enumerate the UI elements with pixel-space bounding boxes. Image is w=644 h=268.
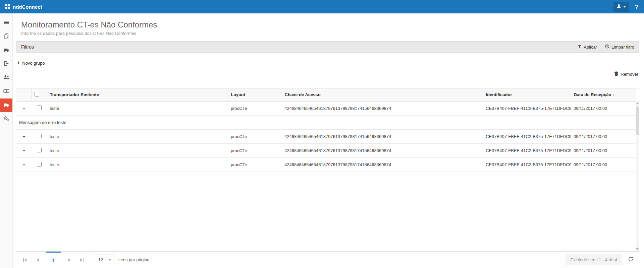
row-checkbox[interactable] (37, 148, 42, 152)
sidebar-item-cte-monitoring[interactable] (0, 98, 12, 112)
row-checkbox[interactable] (37, 106, 42, 110)
previous-page-button[interactable] (33, 256, 42, 264)
items-per-page-label: itens por página (118, 257, 150, 262)
user-menu-button[interactable] (613, 2, 629, 12)
cell-layout: procCTe (228, 157, 282, 172)
column-header-data-recepcao[interactable]: Data de Recepção↓ (571, 88, 636, 101)
cte-truck-icon (3, 102, 9, 109)
grid-toolbar: Remover (16, 66, 639, 77)
seek-end-icon (83, 258, 84, 262)
sidebar-item-logout[interactable] (0, 57, 12, 71)
filter-body: + Novo grupo (16, 53, 639, 66)
row-checkbox[interactable] (37, 134, 42, 138)
last-page-button[interactable] (77, 256, 86, 264)
apply-filter-button[interactable]: Aplicar (578, 45, 597, 50)
documents-icon (3, 33, 9, 40)
scrollbar-thumb[interactable] (636, 107, 639, 135)
page-size-value: 12 (98, 257, 103, 262)
row-expand-toggle[interactable]: + (16, 157, 32, 172)
chevron-down-icon (108, 259, 111, 261)
refresh-button[interactable] (626, 256, 635, 264)
cell-transportador: teste (47, 157, 228, 172)
remove-label: Remover (621, 72, 638, 77)
page-header: Monitoramento CT-es Não Conformes Inform… (16, 13, 639, 36)
plus-icon: + (17, 60, 20, 66)
triangle-up-icon (636, 103, 638, 104)
seek-start-icon (23, 258, 24, 262)
help-button[interactable]: ? (634, 3, 639, 10)
table-row: + teste procCTe 424684646546546187976137… (16, 129, 636, 143)
brand-logo-icon (5, 4, 10, 9)
row-checkbox[interactable] (37, 162, 42, 166)
page-title: Monitoramento CT-es Não Conformes (21, 20, 639, 29)
cell-layout: procCTe (228, 101, 282, 115)
data-grid: Transportador Emitente Layout Chave de A… (16, 88, 639, 251)
filters-title: Filtros (21, 44, 34, 50)
table-header-row: Transportador Emitente Layout Chave de A… (16, 88, 636, 101)
sidebar-item-billing[interactable] (0, 85, 12, 98)
column-header-layout[interactable]: Layout (228, 88, 282, 101)
select-all-header (32, 88, 47, 101)
users-icon (3, 74, 9, 82)
select-all-checkbox[interactable] (35, 92, 39, 96)
topbar-actions: ? (613, 2, 639, 12)
scroll-up-button[interactable] (636, 101, 639, 106)
brand: nddConnect (5, 4, 42, 10)
next-page-button[interactable] (65, 256, 73, 264)
row-detail: Mensagem de erro teste (16, 115, 636, 129)
sidebar-item-users[interactable] (0, 71, 12, 85)
page-size-dropdown[interactable]: 12 (95, 255, 114, 265)
user-icon (616, 4, 621, 10)
cell-layout: procCTe (228, 129, 282, 143)
row-expand-toggle[interactable]: + (16, 143, 32, 157)
pager-info: Exibindo itens 1 - 4 de 4 (566, 254, 622, 265)
pager: 1 12 itens por página Exibindo itens 1 -… (16, 251, 639, 268)
cell-identificador: CE37B407-FBEF-41C2-B375-17E71DFDC92F (483, 157, 571, 172)
triangle-down-icon (636, 248, 638, 250)
table-row: − teste procCTe 424684646546546187976137… (16, 101, 636, 115)
new-group-button[interactable]: + Novo grupo (17, 60, 45, 66)
cell-chave: 4246846465465461879761379879817415646836… (282, 101, 483, 115)
row-collapse-toggle[interactable]: − (16, 101, 32, 115)
gears-icon (3, 116, 9, 123)
filter-actions: Aplicar Limpar filtro (578, 44, 634, 50)
money-icon (3, 88, 9, 95)
sidebar-item-menu-toggle[interactable] (0, 16, 12, 30)
clear-filter-button[interactable]: Limpar filtro (605, 44, 634, 50)
triangle-left-icon (24, 258, 26, 262)
first-page-button[interactable] (20, 256, 29, 264)
cell-chave: 4246846465465461879761379879817415646836… (282, 129, 483, 143)
cell-chave: 4246846465465461879761379879817415646836… (282, 143, 483, 157)
column-header-transportador[interactable]: Transportador Emitente (47, 88, 228, 101)
sidebar-item-fleet[interactable] (0, 44, 12, 57)
cte-table: Transportador Emitente Layout Chave de A… (16, 88, 636, 172)
clear-filter-label: Limpar filtro (611, 45, 634, 50)
cell-recepcao: 09/11/2017 00:00 (571, 129, 636, 143)
sort-desc-icon: ↓ (613, 92, 615, 97)
row-expand-toggle[interactable]: + (16, 129, 32, 143)
cell-identificador: CE37B407-FBEF-41C2-B375-17E71DFDC92F (483, 143, 571, 157)
sidebar-item-settings[interactable] (0, 112, 12, 126)
current-page-button[interactable]: 1 (46, 252, 61, 268)
funnel-icon (578, 45, 582, 50)
remove-button[interactable]: Remover (614, 71, 638, 77)
cell-transportador: teste (47, 143, 228, 157)
cell-chave: 4246846465465461879761379879817415646836… (282, 157, 483, 172)
cell-identificador: CE37B407-FBEF-41C2-B375-17E71DFDC92F (483, 129, 571, 143)
scroll-down-button[interactable] (636, 247, 639, 251)
triangle-right-icon (68, 258, 70, 262)
cancel-circle-icon (605, 44, 609, 50)
column-header-chave[interactable]: Chave de Acesso (282, 88, 483, 101)
column-header-identificador[interactable]: Identificador (483, 88, 571, 101)
page-subtitle: Informe os dados para pesquisa dos CT-es… (21, 31, 639, 36)
apply-filter-label: Aplicar (584, 45, 597, 50)
main-content: Monitoramento CT-es Não Conformes Inform… (13, 13, 644, 268)
exit-icon (3, 61, 9, 68)
cell-recepcao: 09/11/2017 00:00 (571, 157, 636, 172)
sidebar-item-documents[interactable] (0, 30, 12, 44)
vertical-scrollbar[interactable] (636, 101, 639, 251)
truck-icon (3, 47, 9, 54)
new-group-label: Novo grupo (22, 61, 45, 66)
sidebar (0, 13, 13, 268)
chevron-down-icon (623, 6, 626, 8)
